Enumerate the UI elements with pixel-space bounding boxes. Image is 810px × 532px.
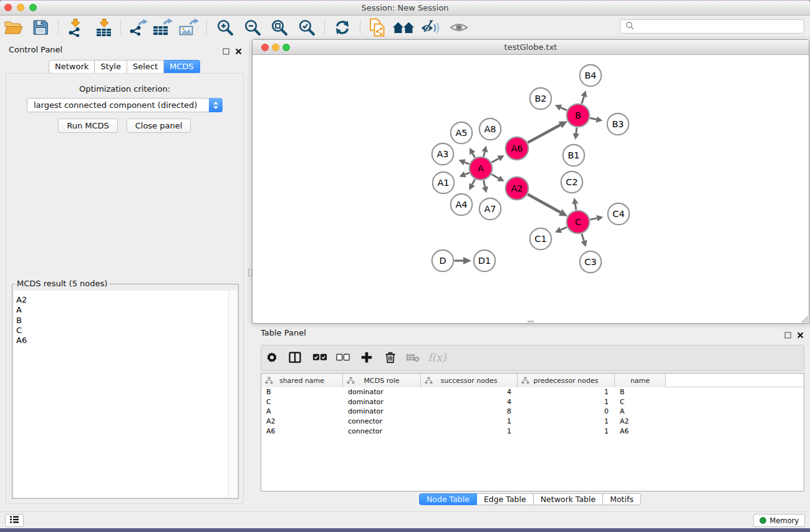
edge-A-A5[interactable] [473, 153, 475, 158]
graph-node-A8[interactable]: A8 [480, 118, 501, 140]
graph-node-A1[interactable]: A1 [433, 172, 454, 193]
export-image-button[interactable] [179, 18, 199, 37]
network-canvas[interactable]: B4B2BB3A8A5A6A3B1AC2A1A2A4A7C4CC1DD1C3 [253, 56, 809, 323]
table-row[interactable]: A6connector11A6 [261, 427, 804, 437]
graph-node-D[interactable]: D [432, 250, 453, 271]
mcds-result-item[interactable]: A2 [16, 295, 237, 305]
search-box[interactable] [620, 19, 804, 34]
import-table-button[interactable] [95, 18, 113, 37]
edge-B-B4[interactable] [582, 97, 584, 104]
function-builder-button[interactable]: f(x) [428, 357, 446, 358]
graph-node-B4[interactable]: B4 [580, 65, 601, 86]
zoom-selected-button[interactable] [298, 19, 316, 37]
edge-A-A2[interactable] [491, 175, 499, 178]
edge-A-A3[interactable] [465, 162, 470, 164]
edge-A-A6[interactable] [491, 158, 499, 162]
edge-A-A7[interactable] [483, 180, 485, 187]
table-row[interactable]: Bdominator41B [261, 387, 804, 397]
save-session-button[interactable] [33, 20, 49, 36]
graph-node-A4[interactable]: A4 [451, 194, 472, 215]
graph-node-A7[interactable]: A7 [480, 198, 501, 220]
column-header-predecessor-nodes[interactable]: predecessor nodes [518, 374, 615, 387]
export-network-button[interactable] [129, 18, 148, 37]
column-header-name[interactable]: name [615, 374, 666, 387]
zoom-out-button[interactable] [244, 19, 262, 37]
tab-style[interactable]: Style [95, 60, 127, 74]
split-column-button[interactable] [289, 352, 301, 364]
graph-node-B1[interactable]: B1 [563, 145, 584, 166]
edge-C-C2[interactable] [575, 204, 576, 210]
column-header-MCDS-role[interactable]: MCDS role [343, 374, 421, 387]
graph-node-A6[interactable]: A6 [506, 137, 528, 160]
edge-A-A8[interactable] [484, 152, 485, 157]
gear-button[interactable] [266, 352, 278, 364]
net-minimize-button[interactable] [272, 44, 279, 51]
zoom-window-button[interactable] [29, 4, 37, 11]
graph-node-C3[interactable]: C3 [580, 251, 601, 273]
close-panel-icon[interactable] [235, 46, 242, 57]
canvas-vscroll-thumb[interactable] [248, 269, 252, 276]
zoom-fit-button[interactable] [271, 19, 289, 37]
column-header-successor-nodes[interactable]: successor nodes [421, 374, 518, 387]
tab-select[interactable]: Select [127, 60, 164, 74]
edge-B-B2[interactable] [561, 107, 567, 110]
delete-column-button[interactable] [385, 351, 396, 364]
home-layout-button[interactable] [393, 20, 415, 36]
deselect-all-button[interactable] [336, 354, 350, 361]
mcds-result-item[interactable]: A [16, 305, 237, 315]
edge-A6-B[interactable] [528, 125, 560, 142]
mcds-list-scrollbar[interactable] [228, 291, 237, 497]
column-header-shared-name[interactable]: shared name [261, 374, 343, 387]
delete-table-button[interactable] [406, 353, 420, 362]
hide-selected-button[interactable] [421, 19, 441, 36]
copy-network-button[interactable] [369, 18, 386, 37]
edge-C-C4[interactable] [590, 218, 597, 220]
graph-node-A5[interactable]: A5 [451, 122, 472, 143]
table-close-panel-icon[interactable] [797, 329, 804, 341]
add-column-button[interactable] [361, 352, 372, 363]
graph-node-C2[interactable]: C2 [561, 172, 582, 193]
graph-node-B[interactable]: B [567, 104, 589, 127]
graph-node-A[interactable]: A [470, 157, 492, 180]
run-mcds-button[interactable]: Run MCDS [58, 118, 118, 133]
select-all-button[interactable] [312, 354, 327, 362]
edge-A-A4[interactable] [472, 179, 475, 185]
mcds-result-item[interactable]: A6 [16, 336, 237, 346]
graph-node-C[interactable]: C [567, 211, 589, 233]
table-row[interactable]: Adominator80A [261, 407, 804, 417]
graph-node-B2[interactable]: B2 [530, 88, 551, 109]
zoom-in-button[interactable] [216, 19, 234, 37]
close-panel-button[interactable]: Close panel [127, 118, 191, 133]
refresh-button[interactable] [334, 19, 351, 36]
graph-node-D1[interactable]: D1 [474, 250, 495, 271]
edge-B-B1[interactable] [576, 128, 577, 133]
graph-node-A3[interactable]: A3 [432, 143, 453, 165]
tab-node-table[interactable]: Node Table [419, 493, 477, 505]
tab-motifs[interactable]: Motifs [603, 493, 641, 505]
graph-node-C1[interactable]: C1 [530, 228, 551, 249]
tab-network[interactable]: Network [49, 60, 95, 74]
close-window-button[interactable] [4, 4, 12, 11]
edge-C-C1[interactable] [561, 227, 567, 230]
graph-node-A2[interactable]: A2 [506, 177, 528, 200]
table-row[interactable]: A2connector11A2 [261, 417, 804, 427]
edge-B-B3[interactable] [590, 118, 596, 119]
import-network-button[interactable] [66, 18, 85, 37]
table-row[interactable]: Cdominator41C [261, 397, 804, 407]
show-all-button[interactable] [450, 21, 468, 34]
net-close-button[interactable] [261, 44, 269, 51]
optimization-criterion-dropdown[interactable]: largest connected component (directed) [27, 98, 223, 112]
search-input[interactable] [637, 22, 804, 31]
edge-C-C3[interactable] [582, 234, 584, 241]
export-table-button[interactable] [153, 18, 173, 37]
tab-mcds[interactable]: MCDS [164, 60, 200, 74]
tab-edge-table[interactable]: Edge Table [477, 493, 534, 505]
task-history-button[interactable] [5, 514, 24, 527]
net-zoom-button[interactable] [282, 44, 290, 51]
open-file-button[interactable] [4, 20, 24, 36]
canvas-hscroll-thumb[interactable] [528, 321, 534, 322]
graph-node-C4[interactable]: C4 [608, 203, 629, 225]
table-float-panel-icon[interactable] [784, 329, 791, 341]
mcds-result-item[interactable]: B [16, 316, 237, 326]
edge-A-A1[interactable] [465, 173, 470, 175]
